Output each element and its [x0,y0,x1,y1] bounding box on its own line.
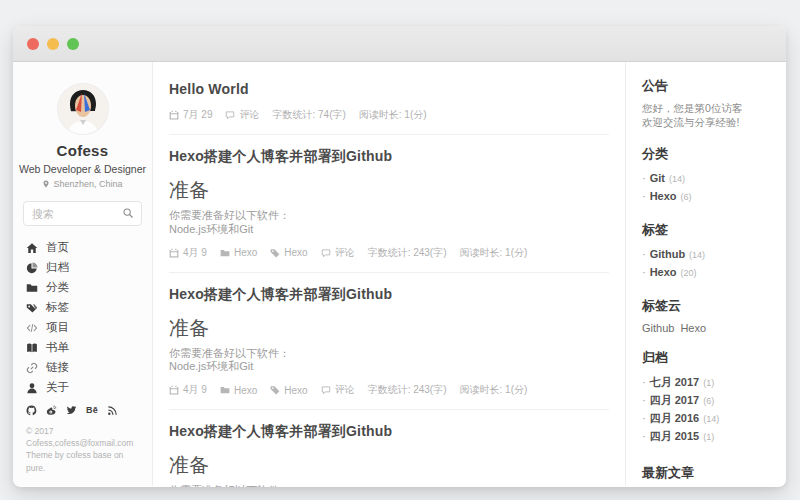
profile-role: Web Developer & Designer [13,163,152,175]
close-window-button[interactable] [27,38,39,50]
categories-widget: 分类 ·Git(14) ·Hexo(6) [642,145,770,206]
widget-title: 归档 [642,349,770,367]
post-meta: 4月 9 Hexo Hexo 评论 字数统计: 243(字) 阅读时长: 1(分… [169,383,609,397]
profile-location: Shenzhen, China [13,179,152,189]
archive-link[interactable]: 四月 2017 [650,392,700,409]
post-excerpt-heading: 准备 [169,177,609,204]
maximize-window-button[interactable] [67,38,79,50]
post-category-link[interactable]: Hexo [234,247,257,258]
tag-item: ·Hexo(20) [642,264,770,282]
recent-posts-widget: 最新文章 Hello World 2017-07-29 Hexo Hexo搭建个… [642,464,770,486]
post-readtime: 阅读时长: 1(分) [460,246,528,260]
sidebar-nav: 首页 归档 分类 标签 项目 [13,238,152,398]
tag-item: ·Github(14) [642,246,770,264]
tags-icon [26,302,38,314]
sidebar-item-categories[interactable]: 分类 [13,278,152,298]
category-count: (6) [681,189,692,206]
github-icon[interactable] [26,405,37,416]
folder-icon [220,248,230,258]
calendar-icon [169,248,179,258]
post-excerpt: 你需要准备好以下软件： [169,347,609,361]
announcement-widget: 公告 您好，您是第0位访客 欢迎交流与分享经验! [642,77,770,130]
post-title-link[interactable]: Hexo搭建个人博客并部署到Github [169,148,609,166]
category-count: (14) [669,171,685,188]
home-icon [26,242,38,254]
widget-title: 标签云 [642,297,770,315]
sidebar-item-links[interactable]: 链接 [13,358,152,378]
theme-credit-line: Theme by cofess base on pure. [26,449,139,474]
archives-widget: 归档 ·七月 2017(1) ·四月 2017(6) ·四月 2016(14) … [642,349,770,446]
post-item: Hexo搭建个人博客并部署到Github 准备 你需要准备好以下软件： Node… [169,410,609,487]
widget-title: 标签 [642,221,770,239]
calendar-icon [169,385,179,395]
post-title-link[interactable]: Hexo搭建个人博客并部署到Github [169,423,609,441]
archive-item: ·四月 2015(1) [642,428,770,446]
sidebar-item-projects[interactable]: 项目 [13,318,152,338]
tagcloud-tag[interactable]: Github [642,322,674,334]
post-comments-link[interactable]: 评论 [239,108,259,122]
announcement-line: 您好，您是第0位访客 [642,102,770,116]
post-item: Hexo搭建个人博客并部署到Github 准备 你需要准备好以下软件： Node… [169,273,609,411]
twitter-icon[interactable] [66,405,77,416]
post-excerpt: Node.js环境和Git [169,223,609,237]
archive-item: ·七月 2017(1) [642,374,770,392]
post-tag-link[interactable]: Hexo [284,247,307,258]
post-excerpt: Node.js环境和Git [169,360,609,374]
link-icon [26,362,38,374]
archive-count: (1) [703,429,714,446]
archive-count: (14) [703,411,719,428]
left-sidebar: Cofess Web Developer & Designer Shenzhen… [13,62,153,486]
tag-icon [270,248,280,258]
sidebar-footer: Bē © 2017 Cofess,cofess@foxmail.com Them… [13,405,152,486]
post-date: 4月 9 [183,383,207,397]
sidebar-item-tags[interactable]: 标签 [13,298,152,318]
folder-icon [26,282,38,294]
browser-window: Cofess Web Developer & Designer Shenzhen… [13,26,786,487]
window-titlebar [13,26,786,62]
post-title-link[interactable]: Hexo搭建个人博客并部署到Github [169,286,609,304]
minimize-window-button[interactable] [47,38,59,50]
folder-icon [220,385,230,395]
post-wordcount: 字数统计: 243(字) [368,246,447,260]
search-icon[interactable] [122,207,134,219]
post-item: Hexo搭建个人博客并部署到Github 准备 你需要准备好以下软件： Node… [169,135,609,273]
tag-count: (14) [689,247,705,264]
post-excerpt-heading: 准备 [169,452,609,479]
right-sidebar: 公告 您好，您是第0位访客 欢迎交流与分享经验! 分类 ·Git(14) ·He… [625,62,786,486]
search-box [23,201,142,226]
post-category-link[interactable]: Hexo [234,385,257,396]
sidebar-item-home[interactable]: 首页 [13,238,152,258]
post-readtime: 阅读时长: 1(分) [460,383,528,397]
widget-title: 最新文章 [642,464,770,482]
sidebar-item-archives[interactable]: 归档 [13,258,152,278]
post-comments-link[interactable]: 评论 [335,383,355,397]
archive-link[interactable]: 四月 2015 [650,428,700,445]
post-wordcount: 字数统计: 243(字) [368,383,447,397]
social-links: Bē [26,405,139,416]
sidebar-item-about[interactable]: 关于 [13,378,152,398]
category-link[interactable]: Hexo [650,188,677,205]
post-comments-link[interactable]: 评论 [335,246,355,260]
tag-link[interactable]: Hexo [650,264,677,281]
behance-icon[interactable]: Bē [86,405,98,416]
archive-link[interactable]: 七月 2017 [650,374,700,391]
tag-link[interactable]: Github [650,246,685,263]
user-icon [26,382,38,394]
post-excerpt: 你需要准备好以下软件： [169,484,609,487]
tagcloud-tag[interactable]: Hexo [680,322,706,334]
post-meta: 7月 29 评论 字数统计: 74(字) 阅读时长: 1(分) [169,108,609,122]
archive-pie-icon [26,262,38,274]
tag-count: (20) [681,265,697,282]
location-pin-icon [42,180,50,188]
post-title-link[interactable]: Hello World [169,81,609,97]
book-icon [26,342,38,354]
rss-icon[interactable] [107,405,118,416]
post-tag-link[interactable]: Hexo [284,385,307,396]
category-link[interactable]: Git [650,170,665,187]
weibo-icon[interactable] [46,405,57,416]
post-meta: 4月 9 Hexo Hexo 评论 字数统计: 243(字) 阅读时长: 1(分… [169,246,609,260]
sidebar-item-books[interactable]: 书单 [13,338,152,358]
comment-icon [321,385,331,395]
archive-link[interactable]: 四月 2016 [650,410,700,427]
post-excerpt: 你需要准备好以下软件： [169,209,609,223]
